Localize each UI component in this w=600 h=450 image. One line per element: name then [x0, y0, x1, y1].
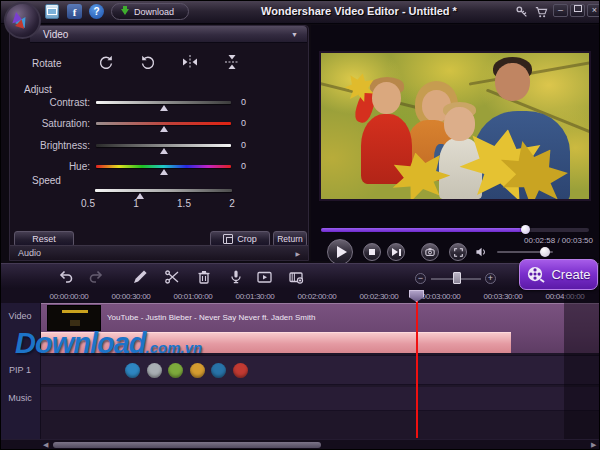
- window-icon[interactable]: [45, 4, 59, 19]
- edit-pencil-icon: [132, 269, 148, 285]
- volume-icon[interactable]: [475, 246, 489, 258]
- maximize-icon[interactable]: [570, 4, 585, 17]
- brightness-value: 0: [241, 140, 246, 150]
- video-clip-title: YouTube - Justin Bieber - Never Say Neve…: [107, 313, 315, 322]
- help-icon[interactable]: ?: [89, 4, 104, 19]
- timeline-scrollbar[interactable]: ◀ ▶: [1, 439, 600, 450]
- rotate-label: Rotate: [32, 58, 61, 69]
- brightness-slider[interactable]: [96, 144, 231, 147]
- saturation-slider-thumb[interactable]: [160, 126, 168, 132]
- music-track[interactable]: [41, 387, 600, 411]
- pip-color-dot[interactable]: [168, 363, 183, 378]
- snapshot-camera-icon: [424, 246, 436, 258]
- next-frame-button[interactable]: [387, 243, 405, 261]
- speed-ticks: 0.5 1 1.5 2: [88, 198, 232, 209]
- zoom-in-icon[interactable]: +: [485, 273, 496, 284]
- preview-panel: 00:02:58 / 00:03:50: [311, 25, 599, 261]
- stop-button[interactable]: [363, 243, 381, 261]
- contrast-slider-thumb[interactable]: [160, 105, 168, 111]
- scene-play-icon: [256, 269, 273, 285]
- preview-progress-fill: [321, 228, 525, 232]
- scrollbar-thumb[interactable]: [53, 442, 321, 448]
- scroll-left-icon[interactable]: ◀: [43, 441, 48, 449]
- crop-icon: [223, 234, 233, 244]
- redo-button[interactable]: [87, 268, 105, 286]
- app-logo-icon[interactable]: [4, 2, 41, 39]
- timeline-zoom-thumb[interactable]: [453, 272, 461, 284]
- undo-icon: [58, 269, 74, 285]
- pip-color-dot[interactable]: [211, 363, 226, 378]
- fullscreen-icon: [453, 247, 464, 258]
- pip-clip-dots: [125, 363, 248, 378]
- download-arrow-icon: [121, 9, 129, 15]
- preview-video-frame: [319, 51, 591, 201]
- track-label-pip: PIP 1: [1, 365, 39, 375]
- record-voiceover-button[interactable]: [227, 268, 245, 286]
- create-button[interactable]: Create: [519, 259, 598, 290]
- delete-trash-icon: [196, 269, 212, 285]
- play-icon: [337, 246, 347, 258]
- chevron-down-icon: ▼: [291, 31, 298, 38]
- split-scissors-icon: [164, 269, 180, 285]
- flip-horizontal-icon[interactable]: [180, 52, 200, 72]
- playhead-line[interactable]: [416, 301, 418, 438]
- chevron-right-icon: ▶: [295, 250, 300, 257]
- hue-slider-row: Hue: 0: [10, 159, 308, 173]
- pip-color-dot[interactable]: [190, 363, 205, 378]
- download-button[interactable]: Download: [111, 3, 189, 20]
- play-button[interactable]: [327, 239, 353, 265]
- key-icon[interactable]: [515, 4, 529, 19]
- timeline-ruler[interactable]: 00:00:00:00 00:00:30:00 00:01:00:00 00:0…: [1, 289, 600, 304]
- contrast-slider[interactable]: [96, 101, 231, 104]
- delete-button[interactable]: [195, 268, 213, 286]
- pip-color-dot[interactable]: [125, 363, 140, 378]
- preview-progress-bar[interactable]: [321, 228, 589, 232]
- facebook-icon[interactable]: f: [67, 4, 82, 19]
- timeline-end-shade: [564, 289, 600, 439]
- window-title: Wondershare Video Editor - Untitled *: [239, 5, 479, 17]
- volume-slider-thumb[interactable]: [540, 247, 550, 257]
- brightness-slider-row: Brightness: 0: [10, 138, 308, 152]
- rotate-right-icon[interactable]: [96, 52, 116, 72]
- hue-slider-thumb[interactable]: [160, 169, 168, 175]
- stop-icon: [369, 249, 375, 255]
- rotate-left-icon[interactable]: [138, 52, 158, 72]
- next-frame-icon: [392, 248, 398, 256]
- saturation-slider[interactable]: [96, 122, 231, 125]
- record-mic-icon: [228, 269, 244, 285]
- snapshot-button[interactable]: [421, 243, 439, 261]
- fullscreen-button[interactable]: [449, 243, 467, 261]
- hue-slider[interactable]: [96, 165, 231, 168]
- contrast-slider-row: Contrast: 0: [10, 95, 308, 109]
- split-button[interactable]: [163, 268, 181, 286]
- volume-slider[interactable]: [497, 251, 553, 253]
- media-library-button[interactable]: [287, 268, 305, 286]
- zoom-out-icon[interactable]: −: [415, 273, 426, 284]
- scene-detection-button[interactable]: [255, 268, 273, 286]
- rotate-controls: [96, 52, 242, 72]
- app-window: Wondershare Video Editor - Untitled * f …: [0, 0, 600, 450]
- tab-audio[interactable]: Audio ▶: [10, 245, 308, 260]
- film-reel-icon: [526, 265, 545, 284]
- film-export-icon: [288, 269, 305, 285]
- time-display: 00:02:58 / 00:03:50: [524, 236, 593, 245]
- flip-vertical-icon[interactable]: [222, 52, 242, 72]
- adjust-label: Adjust: [24, 84, 52, 95]
- undo-button[interactable]: [57, 268, 75, 286]
- tab-video[interactable]: Video ▼: [30, 26, 307, 43]
- preview-progress-thumb[interactable]: [521, 225, 530, 234]
- pip-color-dot[interactable]: [147, 363, 162, 378]
- minimize-icon[interactable]: –: [553, 4, 568, 17]
- cart-icon[interactable]: [533, 4, 549, 19]
- hue-value: 0: [241, 161, 246, 171]
- speed-label: Speed: [32, 175, 61, 186]
- speed-slider[interactable]: [95, 189, 232, 192]
- brightness-slider-thumb[interactable]: [160, 148, 168, 154]
- close-icon[interactable]: ×: [587, 4, 600, 17]
- pip-color-dot[interactable]: [233, 363, 248, 378]
- scroll-right-icon[interactable]: ▶: [591, 441, 596, 449]
- edit-button[interactable]: [131, 268, 149, 286]
- saturation-value: 0: [241, 118, 246, 128]
- track-label-music: Music: [1, 393, 39, 403]
- contrast-value: 0: [241, 97, 246, 107]
